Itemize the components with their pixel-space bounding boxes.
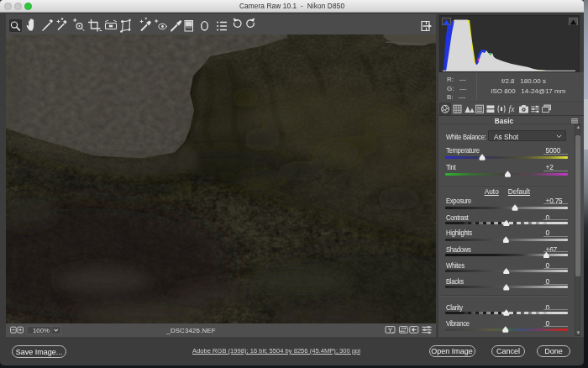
svg-text:fx: fx: [509, 105, 516, 113]
